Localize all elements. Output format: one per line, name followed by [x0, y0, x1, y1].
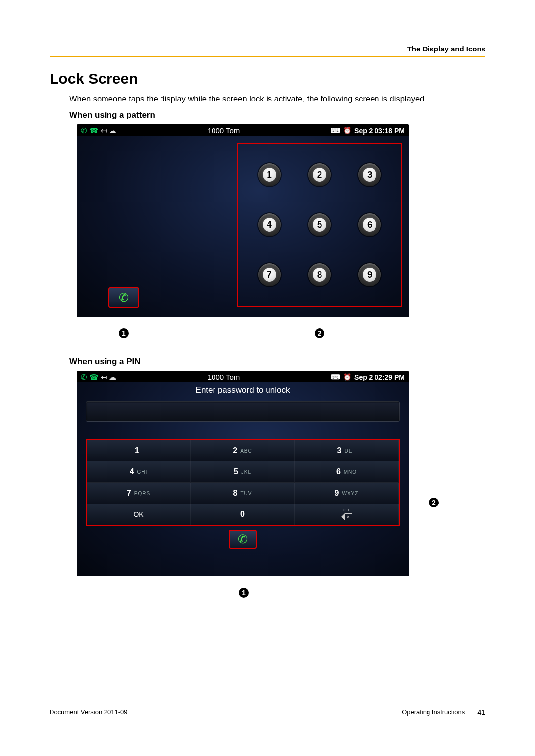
- numpad-callout-box: 1 2ABC 3DEF 4GHI 5JKL 6MNO 7PQRS 8TUV 9W…: [86, 439, 400, 526]
- cloud-icon: ☁: [109, 127, 116, 134]
- divider: [50, 56, 485, 57]
- status-right: ⌨ ⏰ Sep 2 03:18 PM: [331, 127, 405, 135]
- key-0[interactable]: 0: [191, 504, 295, 525]
- callout-2: 2: [429, 498, 439, 507]
- pattern-figure: ✆ ☎ ↤ ☁ 1000 Tom ⌨ ⏰ Sep 2 03:18 PM 1 2: [50, 124, 485, 337]
- status-center: 1000 Tom: [208, 126, 240, 135]
- status-left-icons: ✆ ☎ ↤ ☁: [81, 373, 116, 381]
- emergency-call-button[interactable]: ✆: [108, 287, 139, 308]
- status-left-icons: ✆ ☎ ↤ ☁: [81, 127, 116, 134]
- callout-line: [320, 317, 321, 329]
- callout-1: 1: [119, 328, 129, 338]
- status-center: 1000 Tom: [208, 373, 240, 381]
- pattern-dot[interactable]: 2: [308, 163, 331, 186]
- alarm-icon: ⏰: [343, 373, 351, 381]
- headset-icon: ✆: [81, 127, 87, 134]
- phone-icon: ✆: [238, 532, 248, 546]
- footer-separator: [471, 707, 471, 716]
- callout-line: [419, 503, 429, 503]
- emergency-call-button[interactable]: ✆: [229, 530, 257, 549]
- section-label: The Display and Icons: [50, 45, 485, 53]
- pin-subheading: When using a PIN: [69, 357, 485, 367]
- key-8[interactable]: 8TUV: [191, 482, 295, 504]
- pattern-dot[interactable]: 1: [258, 163, 281, 186]
- pattern-dot[interactable]: 8: [308, 263, 331, 286]
- key-9[interactable]: 9WXYZ: [295, 482, 399, 504]
- pattern-dot[interactable]: 5: [308, 213, 331, 236]
- callout-line: [244, 577, 245, 588]
- pattern-grid-callout-box: 1 2 3 4 5 6 7 8 9: [237, 143, 402, 307]
- headset-icon: ✆: [81, 373, 87, 381]
- pattern-dot[interactable]: 4: [258, 213, 281, 236]
- footer: Document Version 2011-09 Operating Instr…: [50, 707, 485, 716]
- key-5[interactable]: 5JKL: [191, 461, 295, 482]
- numpad: 1 2ABC 3DEF 4GHI 5JKL 6MNO 7PQRS 8TUV 9W…: [87, 440, 399, 525]
- callout-2: 2: [315, 328, 324, 338]
- pattern-grid[interactable]: 1 2 3 4 5 6 7 8 9: [244, 150, 395, 300]
- pattern-dot[interactable]: 6: [358, 213, 381, 236]
- keyboard-icon: ⌨: [331, 127, 340, 134]
- key-ok[interactable]: OK: [87, 504, 191, 525]
- pin-body: Enter password to unlock 1 2ABC 3DEF 4GH…: [77, 382, 409, 576]
- pattern-subheading: When using a pattern: [69, 110, 485, 120]
- pin-figure: ✆ ☎ ↤ ☁ 1000 Tom ⌨ ⏰ Sep 2 02:29 PM Ente…: [50, 371, 485, 604]
- key-del[interactable]: DEL: [295, 504, 399, 525]
- intro-text: When someone taps the display while the …: [69, 94, 485, 103]
- status-bar: ✆ ☎ ↤ ☁ 1000 Tom ⌨ ⏰ Sep 2 02:29 PM: [77, 371, 409, 382]
- key-3[interactable]: 3DEF: [295, 440, 399, 461]
- footer-doc-title: Operating Instructions: [402, 708, 465, 716]
- arrow-icon: ↤: [101, 373, 107, 381]
- key-4[interactable]: 4GHI: [87, 461, 191, 482]
- call-status-icon: ☎: [89, 127, 99, 134]
- callout-1: 1: [239, 588, 249, 598]
- delete-icon: DEL: [340, 508, 353, 520]
- pattern-dot[interactable]: 3: [358, 163, 381, 186]
- key-7[interactable]: 7PQRS: [87, 482, 191, 504]
- status-bar: ✆ ☎ ↤ ☁ 1000 Tom ⌨ ⏰ Sep 2 03:18 PM: [77, 124, 409, 136]
- pattern-body: 1 2 3 4 5 6 7 8 9 ✆: [77, 136, 409, 317]
- arrow-icon: ↤: [101, 127, 107, 134]
- call-status-icon: ☎: [89, 373, 99, 381]
- key-2[interactable]: 2ABC: [191, 440, 295, 461]
- alarm-icon: ⏰: [343, 127, 351, 134]
- pattern-dot[interactable]: 7: [258, 263, 281, 286]
- page-number: 41: [477, 708, 485, 716]
- status-time: Sep 2 03:18 PM: [354, 127, 405, 135]
- page-title: Lock Screen: [50, 70, 485, 87]
- status-right: ⌨ ⏰ Sep 2 02:29 PM: [331, 373, 405, 381]
- pin-input[interactable]: [86, 401, 400, 422]
- status-time: Sep 2 02:29 PM: [354, 373, 405, 381]
- pattern-dot[interactable]: 9: [358, 263, 381, 286]
- cloud-icon: ☁: [109, 373, 116, 381]
- device-pin: ✆ ☎ ↤ ☁ 1000 Tom ⌨ ⏰ Sep 2 02:29 PM Ente…: [77, 371, 409, 576]
- keyboard-icon: ⌨: [331, 373, 340, 381]
- callout-line: [124, 317, 125, 329]
- pin-prompt: Enter password to unlock: [77, 382, 409, 401]
- key-1[interactable]: 1: [87, 440, 191, 461]
- document-version: Document Version 2011-09: [50, 708, 128, 716]
- phone-icon: ✆: [119, 291, 129, 304]
- device-pattern: ✆ ☎ ↤ ☁ 1000 Tom ⌨ ⏰ Sep 2 03:18 PM 1 2: [77, 124, 409, 317]
- key-6[interactable]: 6MNO: [295, 461, 399, 482]
